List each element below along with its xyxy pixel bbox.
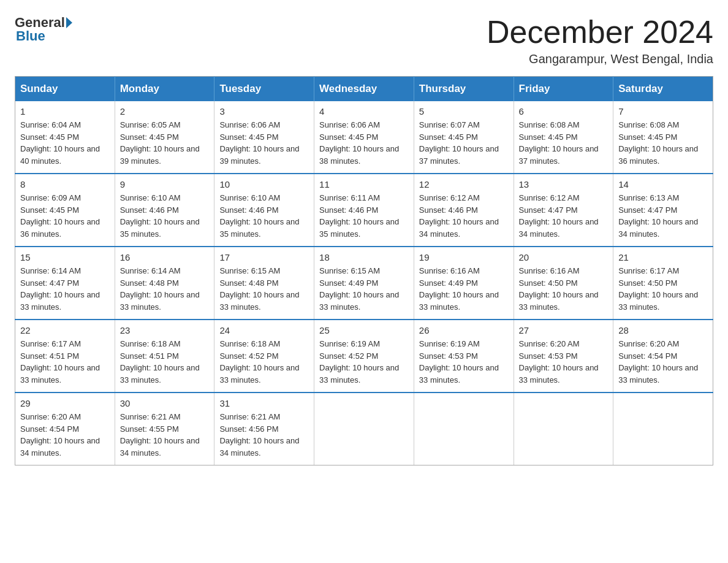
- day-number: 4: [319, 106, 409, 117]
- day-info: Sunrise: 6:21 AMSunset: 4:56 PMDaylight:…: [219, 411, 309, 459]
- day-number: 17: [219, 252, 309, 262]
- calendar-cell: 16 Sunrise: 6:14 AMSunset: 4:48 PMDaylig…: [115, 247, 214, 320]
- day-number: 18: [319, 252, 409, 262]
- calendar-cell: 4 Sunrise: 6:06 AMSunset: 4:45 PMDayligh…: [314, 101, 414, 174]
- calendar-cell: [514, 393, 613, 465]
- logo-blue: Blue: [16, 28, 45, 44]
- day-info: Sunrise: 6:20 AMSunset: 4:54 PMDaylight:…: [20, 411, 110, 459]
- day-number: 2: [120, 106, 210, 117]
- week-row-2: 8 Sunrise: 6:09 AMSunset: 4:45 PMDayligh…: [15, 174, 713, 247]
- day-info: Sunrise: 6:17 AMSunset: 4:50 PMDaylight:…: [618, 265, 708, 313]
- calendar-cell: 20 Sunrise: 6:16 AMSunset: 4:50 PMDaylig…: [514, 247, 613, 320]
- day-number: 14: [618, 179, 708, 190]
- day-number: 10: [219, 179, 309, 190]
- calendar-cell: 26 Sunrise: 6:19 AMSunset: 4:53 PMDaylig…: [414, 320, 514, 393]
- day-number: 30: [120, 398, 210, 408]
- day-info: Sunrise: 6:15 AMSunset: 4:48 PMDaylight:…: [219, 265, 309, 313]
- day-number: 19: [419, 252, 509, 262]
- day-info: Sunrise: 6:12 AMSunset: 4:47 PMDaylight:…: [519, 192, 609, 240]
- day-number: 1: [20, 106, 110, 117]
- day-info: Sunrise: 6:16 AMSunset: 4:49 PMDaylight:…: [419, 265, 509, 313]
- day-number: 11: [319, 179, 409, 190]
- day-headers-row: SundayMondayTuesdayWednesdayThursdayFrid…: [15, 77, 713, 102]
- calendar-cell: 29 Sunrise: 6:20 AMSunset: 4:54 PMDaylig…: [15, 393, 115, 465]
- location: Gangarampur, West Bengal, India: [487, 52, 713, 66]
- day-number: 28: [618, 325, 708, 335]
- calendar-cell: 19 Sunrise: 6:16 AMSunset: 4:49 PMDaylig…: [414, 247, 514, 320]
- calendar-cell: 25 Sunrise: 6:19 AMSunset: 4:52 PMDaylig…: [314, 320, 414, 393]
- calendar-cell: 9 Sunrise: 6:10 AMSunset: 4:46 PMDayligh…: [115, 174, 214, 247]
- day-number: 5: [419, 106, 509, 117]
- calendar-cell: 11 Sunrise: 6:11 AMSunset: 4:46 PMDaylig…: [314, 174, 414, 247]
- calendar-cell: [414, 393, 514, 465]
- calendar-cell: 5 Sunrise: 6:07 AMSunset: 4:45 PMDayligh…: [414, 101, 514, 174]
- day-number: 12: [419, 179, 509, 190]
- calendar-cell: 1 Sunrise: 6:04 AMSunset: 4:45 PMDayligh…: [15, 101, 115, 174]
- calendar-cell: [314, 393, 414, 465]
- day-info: Sunrise: 6:05 AMSunset: 4:45 PMDaylight:…: [120, 119, 210, 167]
- calendar-cell: 24 Sunrise: 6:18 AMSunset: 4:52 PMDaylig…: [214, 320, 314, 393]
- day-info: Sunrise: 6:20 AMSunset: 4:54 PMDaylight:…: [618, 338, 708, 386]
- calendar-cell: 27 Sunrise: 6:20 AMSunset: 4:53 PMDaylig…: [514, 320, 613, 393]
- day-info: Sunrise: 6:14 AMSunset: 4:47 PMDaylight:…: [20, 265, 110, 313]
- calendar-cell: 14 Sunrise: 6:13 AMSunset: 4:47 PMDaylig…: [613, 174, 713, 247]
- logo-arrow-icon: [66, 17, 72, 28]
- day-number: 7: [618, 106, 708, 117]
- day-number: 22: [20, 325, 110, 335]
- day-number: 16: [120, 252, 210, 262]
- day-info: Sunrise: 6:18 AMSunset: 4:51 PMDaylight:…: [120, 338, 210, 386]
- day-number: 27: [519, 325, 609, 335]
- calendar-cell: 28 Sunrise: 6:20 AMSunset: 4:54 PMDaylig…: [613, 320, 713, 393]
- calendar-cell: 17 Sunrise: 6:15 AMSunset: 4:48 PMDaylig…: [214, 247, 314, 320]
- day-number: 24: [219, 325, 309, 335]
- day-info: Sunrise: 6:12 AMSunset: 4:46 PMDaylight:…: [419, 192, 509, 240]
- calendar-cell: 10 Sunrise: 6:10 AMSunset: 4:46 PMDaylig…: [214, 174, 314, 247]
- day-number: 25: [319, 325, 409, 335]
- header-tuesday: Tuesday: [214, 77, 314, 102]
- day-number: 29: [20, 398, 110, 408]
- calendar-cell: 7 Sunrise: 6:08 AMSunset: 4:45 PMDayligh…: [613, 101, 713, 174]
- week-row-3: 15 Sunrise: 6:14 AMSunset: 4:47 PMDaylig…: [15, 247, 713, 320]
- day-info: Sunrise: 6:08 AMSunset: 4:45 PMDaylight:…: [519, 119, 609, 167]
- day-info: Sunrise: 6:15 AMSunset: 4:49 PMDaylight:…: [319, 265, 409, 313]
- calendar-cell: 8 Sunrise: 6:09 AMSunset: 4:45 PMDayligh…: [15, 174, 115, 247]
- day-number: 3: [219, 106, 309, 117]
- day-number: 31: [219, 398, 309, 408]
- header-monday: Monday: [115, 77, 214, 102]
- day-info: Sunrise: 6:21 AMSunset: 4:55 PMDaylight:…: [120, 411, 210, 459]
- day-number: 26: [419, 325, 509, 335]
- calendar-cell: 15 Sunrise: 6:14 AMSunset: 4:47 PMDaylig…: [15, 247, 115, 320]
- day-info: Sunrise: 6:13 AMSunset: 4:47 PMDaylight:…: [618, 192, 708, 240]
- page-header: General Blue December 2024 Gangarampur, …: [15, 15, 713, 66]
- day-number: 20: [519, 252, 609, 262]
- day-info: Sunrise: 6:07 AMSunset: 4:45 PMDaylight:…: [419, 119, 509, 167]
- calendar-cell: 12 Sunrise: 6:12 AMSunset: 4:46 PMDaylig…: [414, 174, 514, 247]
- day-info: Sunrise: 6:08 AMSunset: 4:45 PMDaylight:…: [618, 119, 708, 167]
- day-info: Sunrise: 6:19 AMSunset: 4:53 PMDaylight:…: [419, 338, 509, 386]
- day-info: Sunrise: 6:06 AMSunset: 4:45 PMDaylight:…: [319, 119, 409, 167]
- day-number: 15: [20, 252, 110, 262]
- day-number: 6: [519, 106, 609, 117]
- day-info: Sunrise: 6:19 AMSunset: 4:52 PMDaylight:…: [319, 338, 409, 386]
- calendar-cell: 6 Sunrise: 6:08 AMSunset: 4:45 PMDayligh…: [514, 101, 613, 174]
- week-row-4: 22 Sunrise: 6:17 AMSunset: 4:51 PMDaylig…: [15, 320, 713, 393]
- calendar-body: 1 Sunrise: 6:04 AMSunset: 4:45 PMDayligh…: [15, 101, 713, 465]
- day-info: Sunrise: 6:18 AMSunset: 4:52 PMDaylight:…: [219, 338, 309, 386]
- calendar-cell: 18 Sunrise: 6:15 AMSunset: 4:49 PMDaylig…: [314, 247, 414, 320]
- day-info: Sunrise: 6:16 AMSunset: 4:50 PMDaylight:…: [519, 265, 609, 313]
- calendar-header: SundayMondayTuesdayWednesdayThursdayFrid…: [15, 77, 713, 102]
- calendar-cell: 2 Sunrise: 6:05 AMSunset: 4:45 PMDayligh…: [115, 101, 214, 174]
- day-info: Sunrise: 6:09 AMSunset: 4:45 PMDaylight:…: [20, 192, 110, 240]
- day-info: Sunrise: 6:20 AMSunset: 4:53 PMDaylight:…: [519, 338, 609, 386]
- day-info: Sunrise: 6:10 AMSunset: 4:46 PMDaylight:…: [120, 192, 210, 240]
- logo: General Blue: [15, 15, 74, 44]
- calendar-cell: 3 Sunrise: 6:06 AMSunset: 4:45 PMDayligh…: [214, 101, 314, 174]
- day-number: 9: [120, 179, 210, 190]
- header-friday: Friday: [514, 77, 613, 102]
- calendar-cell: 30 Sunrise: 6:21 AMSunset: 4:55 PMDaylig…: [115, 393, 214, 465]
- day-info: Sunrise: 6:17 AMSunset: 4:51 PMDaylight:…: [20, 338, 110, 386]
- calendar-cell: [613, 393, 713, 465]
- day-info: Sunrise: 6:10 AMSunset: 4:46 PMDaylight:…: [219, 192, 309, 240]
- calendar-table: SundayMondayTuesdayWednesdayThursdayFrid…: [15, 76, 713, 465]
- week-row-5: 29 Sunrise: 6:20 AMSunset: 4:54 PMDaylig…: [15, 393, 713, 465]
